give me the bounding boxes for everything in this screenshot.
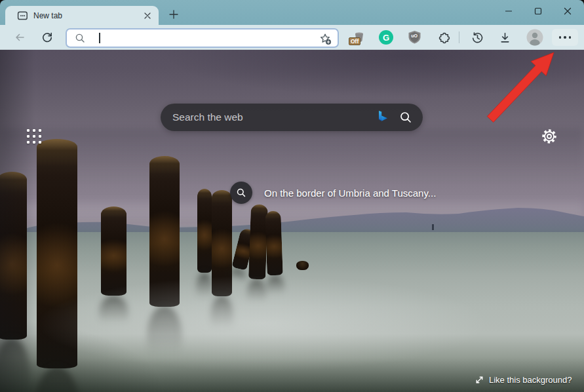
more-dot bbox=[569, 36, 572, 39]
more-dot bbox=[559, 36, 562, 39]
back-button[interactable] bbox=[10, 28, 29, 47]
toolbar-divider bbox=[459, 31, 459, 43]
downloads-icon[interactable] bbox=[495, 28, 515, 47]
minimize-button[interactable] bbox=[499, 1, 518, 21]
search-placeholder: Search the web bbox=[172, 111, 377, 123]
web-search-bar[interactable]: Search the web bbox=[161, 104, 423, 131]
off-badge: Off bbox=[349, 37, 360, 45]
water-mist bbox=[0, 50, 584, 392]
address-bar-input[interactable] bbox=[93, 31, 312, 47]
tab-close-icon[interactable] bbox=[142, 10, 153, 22]
new-tab-page-icon bbox=[17, 10, 28, 21]
new-tab-page: Search the web On the bo bbox=[0, 50, 584, 392]
toolbar: Off G uO bbox=[0, 25, 584, 50]
tab-bar: New tab bbox=[0, 0, 584, 25]
background-caption: On the border of Umbria and Tuscany... bbox=[230, 182, 436, 204]
close-window-button[interactable] bbox=[558, 1, 577, 21]
gear-icon bbox=[541, 128, 558, 145]
extensions-puzzle-icon[interactable] bbox=[435, 28, 454, 47]
more-dot bbox=[564, 36, 566, 39]
refresh-button[interactable] bbox=[37, 28, 57, 47]
search-submit-icon[interactable] bbox=[399, 111, 412, 124]
text-caret bbox=[99, 33, 100, 43]
apps-grid-icon bbox=[27, 129, 42, 144]
history-icon[interactable] bbox=[467, 28, 487, 47]
apps-grid-button[interactable] bbox=[20, 122, 49, 151]
ublock-letters: uO bbox=[408, 33, 421, 38]
like-background-button[interactable]: Like this background? bbox=[475, 375, 572, 385]
tab-title: New tab bbox=[33, 11, 142, 20]
search-icon bbox=[75, 33, 85, 43]
address-bar[interactable] bbox=[66, 28, 339, 48]
caption-text: On the border of Umbria and Tuscany... bbox=[264, 187, 436, 199]
ublock-icon[interactable]: uO bbox=[404, 28, 424, 47]
magnifier-icon bbox=[236, 187, 246, 198]
bing-logo-icon bbox=[377, 110, 389, 125]
grammarly-icon[interactable]: G bbox=[376, 28, 396, 47]
add-favorite-icon[interactable] bbox=[318, 31, 332, 46]
settings-and-more-button[interactable] bbox=[552, 29, 578, 46]
image-info-button[interactable] bbox=[230, 182, 252, 204]
like-background-label: Like this background? bbox=[489, 375, 572, 385]
profile-avatar[interactable] bbox=[526, 28, 544, 47]
expand-icon bbox=[475, 375, 484, 385]
extension-off-icon[interactable]: Off bbox=[349, 28, 369, 47]
new-tab-button[interactable] bbox=[165, 5, 183, 24]
browser-window: New tab bbox=[0, 0, 584, 392]
page-settings-button[interactable] bbox=[537, 125, 561, 148]
tab-new-tab[interactable]: New tab bbox=[5, 6, 159, 25]
maximize-button[interactable] bbox=[528, 1, 548, 21]
